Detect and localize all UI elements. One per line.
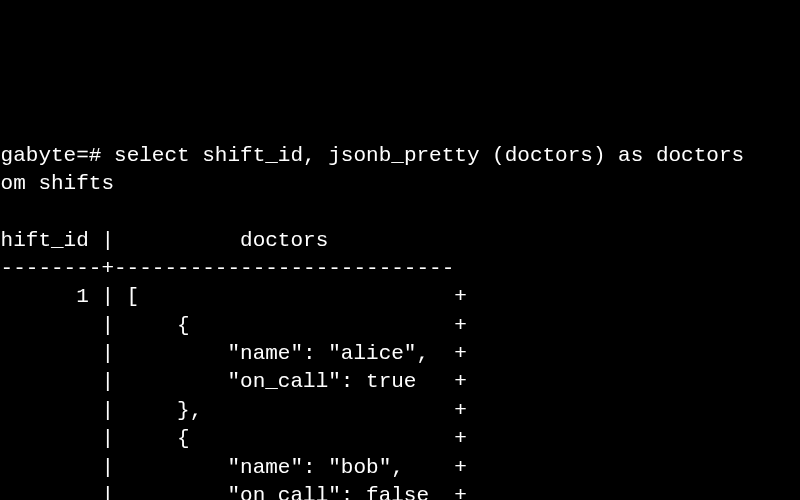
result-row: | { + (0, 427, 467, 450)
query-text-line2: rom shifts (0, 172, 114, 195)
sql-prompt[interactable]: ugabyte=# select shift_id, jsonb_pretty … (0, 144, 757, 167)
result-row: 1 | [ + (0, 285, 467, 308)
result-row: | "on_call": true + (0, 370, 467, 393)
result-divider: ---------+--------------------------- (0, 257, 454, 280)
prompt-prefix: ugabyte=# (0, 144, 114, 167)
result-row: | "on_call": false + (0, 484, 467, 500)
result-row: | "name": "bob", + (0, 456, 467, 479)
result-header: shift_id | doctors (0, 229, 328, 252)
result-row: | "name": "alice", + (0, 342, 467, 365)
terminal-output: ugabyte=# select shift_id, jsonb_pretty … (0, 113, 800, 500)
result-row: | }, + (0, 399, 467, 422)
query-text-line1: select shift_id, jsonb_pretty (doctors) … (114, 144, 757, 167)
result-row: | { + (0, 314, 467, 337)
